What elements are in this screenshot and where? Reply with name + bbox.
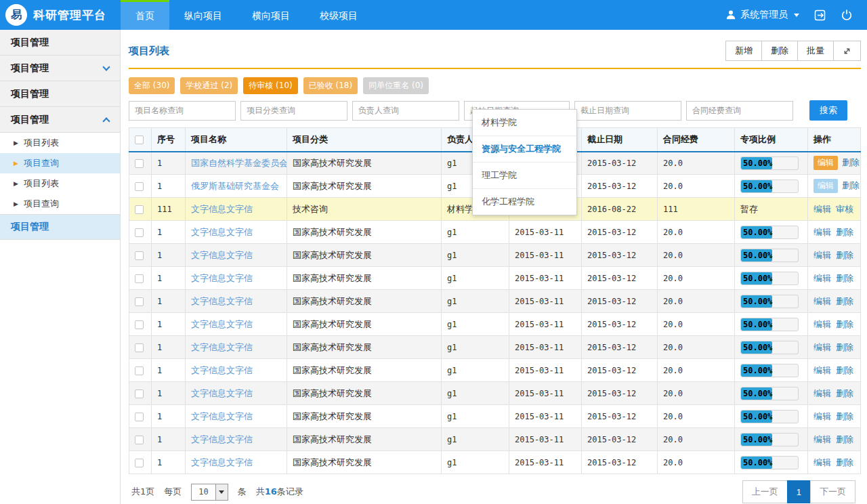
- sidebar-group-collapsed[interactable]: 项目管理: [0, 56, 120, 81]
- row-checkbox[interactable]: [135, 413, 144, 421]
- sidebar-group-header[interactable]: 项目管理: [0, 30, 120, 56]
- row-checkbox[interactable]: [135, 320, 144, 329]
- search-button[interactable]: 搜索: [809, 100, 847, 121]
- project-name-link[interactable]: 文字信息文字信: [191, 319, 253, 329]
- project-name-link[interactable]: 俄罗斯基础研究基金会: [191, 181, 279, 191]
- sidebar-group-highlight[interactable]: 项目管理: [0, 214, 120, 240]
- search-input[interactable]: [240, 101, 347, 121]
- row-checkbox[interactable]: [135, 182, 144, 191]
- dropdown-option[interactable]: 资源与安全工程学院: [473, 136, 576, 163]
- action-link[interactable]: 删除: [836, 227, 853, 237]
- top-nav-item[interactable]: 首页: [121, 0, 169, 30]
- action-link[interactable]: 删除: [842, 180, 860, 190]
- search-input[interactable]: [352, 101, 459, 121]
- top-nav-item[interactable]: 纵向项目: [169, 0, 237, 30]
- project-name-link[interactable]: 文字信息文字信: [191, 411, 253, 421]
- toolbar-button[interactable]: 新增: [725, 41, 762, 61]
- row-checkbox[interactable]: [135, 274, 144, 283]
- status-filter-button[interactable]: 待审核 (10): [243, 77, 297, 94]
- chevron-down-icon: [102, 63, 110, 70]
- dropdown-option[interactable]: 材料学院: [473, 110, 576, 136]
- select-all-checkbox[interactable]: [135, 135, 144, 144]
- action-link[interactable]: 删除: [842, 157, 860, 167]
- project-name-link[interactable]: 文字信息文字信: [191, 250, 253, 260]
- row-checkbox[interactable]: [135, 436, 144, 444]
- action-link[interactable]: 编辑: [813, 342, 831, 352]
- per-page-select[interactable]: 10: [191, 484, 228, 501]
- action-link[interactable]: 删除: [836, 342, 853, 352]
- action-link[interactable]: 删除: [836, 457, 853, 467]
- dropdown-option[interactable]: 理工学院: [473, 163, 576, 189]
- row-checkbox[interactable]: [135, 251, 144, 260]
- row-checkbox[interactable]: [135, 228, 144, 237]
- toolbar-button[interactable]: 批量: [797, 41, 834, 61]
- action-link[interactable]: 删除: [836, 296, 853, 306]
- project-name-link[interactable]: 文字信息文字信: [191, 296, 253, 306]
- name-cell: 文字信息文字信: [186, 313, 287, 336]
- project-name-link[interactable]: 国家自然科学基金委员会: [191, 158, 287, 168]
- action-link[interactable]: 编辑: [813, 365, 831, 375]
- sidebar-item[interactable]: ▶项目列表: [0, 133, 120, 153]
- action-link[interactable]: 删除: [836, 434, 853, 444]
- row-checkbox[interactable]: [135, 159, 144, 168]
- sidebar-item[interactable]: ▶项目查询: [0, 153, 120, 173]
- action-link[interactable]: 删除: [836, 273, 853, 283]
- switch-account-icon[interactable]: [813, 8, 826, 22]
- project-name-link[interactable]: 文字信息文字信: [191, 388, 253, 398]
- action-link[interactable]: 删除: [836, 365, 853, 375]
- action-link[interactable]: 删除: [836, 250, 853, 260]
- dropdown-option[interactable]: 化学工程学院: [473, 189, 576, 215]
- user-menu[interactable]: 系统管理员: [725, 9, 799, 21]
- action-link[interactable]: 删除: [836, 411, 853, 421]
- category-cell: 技术咨询: [287, 198, 442, 221]
- row-checkbox[interactable]: [135, 343, 144, 352]
- action-link[interactable]: 删除: [836, 319, 853, 329]
- action-link[interactable]: 编辑: [813, 273, 831, 283]
- status-filter-button[interactable]: 学校通过 (2): [180, 77, 238, 94]
- action-link[interactable]: 编辑: [813, 250, 831, 260]
- action-link[interactable]: 编辑: [813, 434, 831, 444]
- sidebar-group-header[interactable]: 项目管理: [0, 81, 120, 107]
- row-checkbox[interactable]: [135, 390, 144, 398]
- power-icon[interactable]: [840, 8, 853, 22]
- project-name-link[interactable]: 文字信息文字信: [191, 342, 253, 352]
- status-filter-button[interactable]: 全部 (30): [129, 77, 175, 94]
- action-link[interactable]: 编辑: [813, 204, 831, 214]
- action-button[interactable]: 编辑: [813, 179, 838, 193]
- status-filter-button[interactable]: 同单位重名 (0): [363, 77, 429, 94]
- search-input[interactable]: [686, 101, 793, 121]
- row-checkbox[interactable]: [135, 297, 144, 306]
- row-checkbox[interactable]: [135, 366, 144, 375]
- action-button[interactable]: 编辑: [813, 156, 838, 170]
- sidebar-item[interactable]: ▶项目查询: [0, 194, 120, 214]
- row-checkbox[interactable]: [135, 205, 144, 214]
- sidebar-item[interactable]: ▶项目列表: [0, 173, 120, 194]
- status-filter-button[interactable]: 已验收 (18): [303, 77, 358, 94]
- project-name-link[interactable]: 文字信息文字信: [191, 434, 253, 444]
- sidebar-group-expanded[interactable]: 项目管理: [0, 107, 120, 133]
- action-link[interactable]: 删除: [836, 388, 853, 398]
- top-nav-item[interactable]: 横向项目: [237, 0, 305, 30]
- project-name-link[interactable]: 文字信息文字信: [191, 457, 253, 467]
- top-nav-item[interactable]: 校级项目: [305, 0, 373, 30]
- per-page-caret-button[interactable]: [215, 484, 228, 500]
- action-link[interactable]: 编辑: [813, 227, 831, 237]
- action-link[interactable]: 编辑: [813, 319, 831, 329]
- action-link[interactable]: 编辑: [813, 411, 831, 421]
- prev-page-button[interactable]: 上一页: [742, 480, 788, 503]
- project-name-link[interactable]: 文字信息文字信: [191, 273, 253, 283]
- project-name-link[interactable]: 文字信息文字信: [191, 204, 253, 214]
- search-input[interactable]: [574, 101, 681, 121]
- project-name-link[interactable]: 文字信息文字信: [191, 227, 253, 237]
- search-input[interactable]: [129, 101, 236, 121]
- action-link[interactable]: 审核: [836, 204, 853, 214]
- current-page-button[interactable]: 1: [787, 480, 811, 503]
- action-link[interactable]: 编辑: [813, 457, 831, 467]
- expand-icon[interactable]: [833, 41, 861, 61]
- toolbar-button[interactable]: 删除: [761, 41, 798, 61]
- next-page-button[interactable]: 下一页: [810, 480, 855, 503]
- action-link[interactable]: 编辑: [813, 388, 831, 398]
- row-checkbox[interactable]: [135, 459, 144, 467]
- project-name-link[interactable]: 文字信息文字信: [191, 365, 253, 375]
- action-link[interactable]: 编辑: [813, 296, 831, 306]
